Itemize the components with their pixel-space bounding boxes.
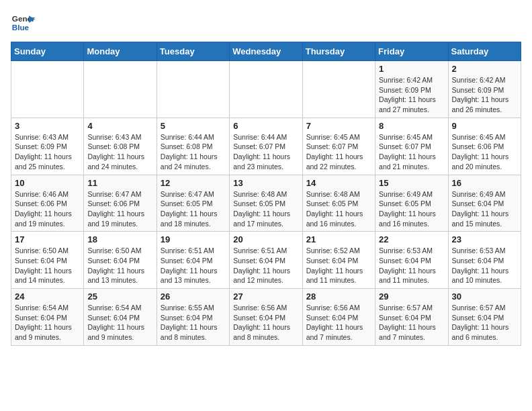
weekday-header-cell: Saturday	[448, 42, 521, 61]
calendar-day-cell: 13Sunrise: 6:48 AM Sunset: 6:05 PM Dayli…	[230, 175, 302, 232]
calendar-day-cell: 19Sunrise: 6:51 AM Sunset: 6:04 PM Dayli…	[157, 232, 229, 289]
calendar-day-cell: 11Sunrise: 6:47 AM Sunset: 6:06 PM Dayli…	[84, 175, 157, 232]
calendar-day-cell: 30Sunrise: 6:57 AM Sunset: 6:04 PM Dayli…	[448, 289, 521, 346]
cell-info: Sunrise: 6:54 AM Sunset: 6:04 PM Dayligh…	[15, 303, 80, 342]
weekday-header-cell: Wednesday	[230, 42, 302, 61]
calendar-day-cell: 25Sunrise: 6:54 AM Sunset: 6:04 PM Dayli…	[84, 289, 157, 346]
calendar-day-cell: 16Sunrise: 6:49 AM Sunset: 6:04 PM Dayli…	[448, 175, 521, 232]
calendar-day-cell: 2Sunrise: 6:42 AM Sunset: 6:09 PM Daylig…	[448, 61, 521, 118]
day-number: 14	[306, 178, 371, 188]
weekday-header-cell: Tuesday	[157, 42, 229, 61]
cell-info: Sunrise: 6:43 AM Sunset: 6:09 PM Dayligh…	[15, 132, 80, 172]
calendar-day-cell	[157, 61, 229, 118]
cell-info: Sunrise: 6:53 AM Sunset: 6:04 PM Dayligh…	[452, 246, 517, 285]
day-number: 18	[87, 234, 152, 244]
cell-info: Sunrise: 6:49 AM Sunset: 6:04 PM Dayligh…	[452, 189, 517, 229]
day-number: 3	[15, 121, 80, 131]
day-number: 30	[452, 291, 517, 302]
calendar-day-cell	[84, 61, 157, 118]
logo: General Blue	[11, 11, 35, 35]
cell-info: Sunrise: 6:57 AM Sunset: 6:04 PM Dayligh…	[452, 303, 517, 342]
calendar-week-row: 17Sunrise: 6:50 AM Sunset: 6:04 PM Dayli…	[11, 232, 521, 289]
svg-text:Blue: Blue	[12, 23, 30, 32]
cell-info: Sunrise: 6:44 AM Sunset: 6:08 PM Dayligh…	[161, 132, 226, 172]
cell-info: Sunrise: 6:53 AM Sunset: 6:04 PM Dayligh…	[379, 246, 444, 285]
day-number: 20	[233, 234, 298, 244]
calendar-day-cell: 3Sunrise: 6:43 AM Sunset: 6:09 PM Daylig…	[11, 118, 84, 175]
day-number: 11	[87, 178, 152, 188]
cell-info: Sunrise: 6:51 AM Sunset: 6:04 PM Dayligh…	[161, 246, 226, 285]
day-number: 13	[233, 178, 298, 188]
day-number: 5	[161, 121, 226, 131]
weekday-header-cell: Sunday	[11, 42, 84, 61]
cell-info: Sunrise: 6:43 AM Sunset: 6:08 PM Dayligh…	[87, 132, 152, 172]
day-number: 28	[306, 291, 371, 302]
calendar-day-cell	[302, 61, 375, 118]
day-number: 21	[306, 234, 371, 244]
calendar-day-cell: 9Sunrise: 6:45 AM Sunset: 6:06 PM Daylig…	[448, 118, 521, 175]
cell-info: Sunrise: 6:44 AM Sunset: 6:07 PM Dayligh…	[233, 132, 298, 172]
calendar-day-cell: 10Sunrise: 6:46 AM Sunset: 6:06 PM Dayli…	[11, 175, 84, 232]
day-number: 4	[87, 121, 152, 131]
cell-info: Sunrise: 6:45 AM Sunset: 6:06 PM Dayligh…	[452, 132, 517, 172]
calendar-table: SundayMondayTuesdayWednesdayThursdayFrid…	[11, 42, 521, 346]
weekday-header-row: SundayMondayTuesdayWednesdayThursdayFrid…	[11, 42, 521, 61]
weekday-header-cell: Thursday	[302, 42, 375, 61]
calendar-day-cell: 22Sunrise: 6:53 AM Sunset: 6:04 PM Dayli…	[375, 232, 448, 289]
calendar-day-cell	[230, 61, 302, 118]
cell-info: Sunrise: 6:51 AM Sunset: 6:04 PM Dayligh…	[233, 246, 298, 285]
cell-info: Sunrise: 6:46 AM Sunset: 6:06 PM Dayligh…	[15, 189, 80, 229]
page-header: General Blue	[11, 11, 521, 35]
calendar-body: 1Sunrise: 6:42 AM Sunset: 6:09 PM Daylig…	[11, 61, 521, 346]
calendar-day-cell: 1Sunrise: 6:42 AM Sunset: 6:09 PM Daylig…	[375, 61, 448, 118]
calendar-day-cell: 8Sunrise: 6:45 AM Sunset: 6:07 PM Daylig…	[375, 118, 448, 175]
calendar-day-cell: 6Sunrise: 6:44 AM Sunset: 6:07 PM Daylig…	[230, 118, 302, 175]
cell-info: Sunrise: 6:52 AM Sunset: 6:04 PM Dayligh…	[306, 246, 371, 285]
day-number: 17	[15, 234, 80, 244]
day-number: 9	[452, 121, 517, 131]
day-number: 10	[15, 178, 80, 188]
cell-info: Sunrise: 6:50 AM Sunset: 6:04 PM Dayligh…	[87, 246, 152, 285]
cell-info: Sunrise: 6:49 AM Sunset: 6:05 PM Dayligh…	[379, 189, 444, 229]
calendar-day-cell: 15Sunrise: 6:49 AM Sunset: 6:05 PM Dayli…	[375, 175, 448, 232]
cell-info: Sunrise: 6:55 AM Sunset: 6:04 PM Dayligh…	[161, 303, 226, 342]
cell-info: Sunrise: 6:42 AM Sunset: 6:09 PM Dayligh…	[452, 75, 517, 115]
calendar-day-cell: 26Sunrise: 6:55 AM Sunset: 6:04 PM Dayli…	[157, 289, 229, 346]
calendar-day-cell: 28Sunrise: 6:56 AM Sunset: 6:04 PM Dayli…	[302, 289, 375, 346]
cell-info: Sunrise: 6:48 AM Sunset: 6:05 PM Dayligh…	[233, 189, 298, 229]
cell-info: Sunrise: 6:57 AM Sunset: 6:04 PM Dayligh…	[379, 303, 444, 342]
cell-info: Sunrise: 6:56 AM Sunset: 6:04 PM Dayligh…	[306, 303, 371, 342]
calendar-day-cell: 29Sunrise: 6:57 AM Sunset: 6:04 PM Dayli…	[375, 289, 448, 346]
cell-info: Sunrise: 6:45 AM Sunset: 6:07 PM Dayligh…	[306, 132, 371, 172]
day-number: 1	[379, 64, 444, 74]
day-number: 24	[15, 291, 80, 302]
calendar-day-cell: 14Sunrise: 6:48 AM Sunset: 6:05 PM Dayli…	[302, 175, 375, 232]
day-number: 16	[452, 178, 517, 188]
day-number: 23	[452, 234, 517, 244]
day-number: 8	[379, 121, 444, 131]
day-number: 22	[379, 234, 444, 244]
weekday-header-cell: Monday	[84, 42, 157, 61]
logo-icon: General Blue	[11, 11, 35, 35]
calendar-day-cell: 23Sunrise: 6:53 AM Sunset: 6:04 PM Dayli…	[448, 232, 521, 289]
calendar-day-cell: 21Sunrise: 6:52 AM Sunset: 6:04 PM Dayli…	[302, 232, 375, 289]
calendar-day-cell: 24Sunrise: 6:54 AM Sunset: 6:04 PM Dayli…	[11, 289, 84, 346]
calendar-day-cell: 4Sunrise: 6:43 AM Sunset: 6:08 PM Daylig…	[84, 118, 157, 175]
cell-info: Sunrise: 6:42 AM Sunset: 6:09 PM Dayligh…	[379, 75, 444, 115]
calendar-day-cell: 18Sunrise: 6:50 AM Sunset: 6:04 PM Dayli…	[84, 232, 157, 289]
calendar-day-cell: 5Sunrise: 6:44 AM Sunset: 6:08 PM Daylig…	[157, 118, 229, 175]
cell-info: Sunrise: 6:54 AM Sunset: 6:04 PM Dayligh…	[87, 303, 152, 342]
day-number: 25	[87, 291, 152, 302]
calendar-week-row: 1Sunrise: 6:42 AM Sunset: 6:09 PM Daylig…	[11, 61, 521, 118]
day-number: 12	[161, 178, 226, 188]
day-number: 6	[233, 121, 298, 131]
cell-info: Sunrise: 6:47 AM Sunset: 6:05 PM Dayligh…	[161, 189, 226, 229]
cell-info: Sunrise: 6:48 AM Sunset: 6:05 PM Dayligh…	[306, 189, 371, 229]
calendar-day-cell: 27Sunrise: 6:56 AM Sunset: 6:04 PM Dayli…	[230, 289, 302, 346]
calendar-day-cell	[11, 61, 84, 118]
calendar-day-cell: 12Sunrise: 6:47 AM Sunset: 6:05 PM Dayli…	[157, 175, 229, 232]
cell-info: Sunrise: 6:45 AM Sunset: 6:07 PM Dayligh…	[379, 132, 444, 172]
day-number: 19	[161, 234, 226, 244]
day-number: 26	[161, 291, 226, 302]
calendar-day-cell: 7Sunrise: 6:45 AM Sunset: 6:07 PM Daylig…	[302, 118, 375, 175]
